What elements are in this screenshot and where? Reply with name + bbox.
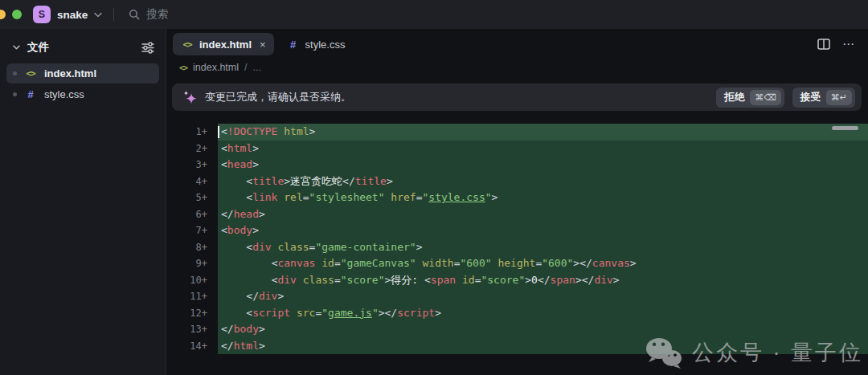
line-content: </html>	[218, 338, 868, 355]
token: html	[227, 142, 252, 154]
code-line-8[interactable]: 8+ <div class="game-container">	[166, 239, 868, 256]
token: >	[252, 142, 259, 154]
scrollbar-thumb[interactable]	[832, 126, 858, 130]
breadcrumb-separator: /	[244, 62, 247, 73]
tab-label: index.html	[199, 39, 252, 51]
accept-label: 接受	[800, 91, 821, 104]
reject-changes-button[interactable]: 拒绝 ⌘⌫	[716, 88, 784, 108]
code-line-10[interactable]: 10+ <div class="score">得分: <span id="sco…	[166, 272, 868, 289]
token: link	[252, 191, 277, 203]
breadcrumb[interactable]: <> index.html / ...	[166, 59, 868, 79]
token: div	[259, 290, 277, 302]
token: rel	[277, 191, 302, 203]
line-number: 12+	[166, 305, 218, 322]
line-number: 14+	[166, 338, 218, 355]
token: "600"	[542, 257, 573, 269]
token: "	[485, 191, 492, 203]
more-actions-icon[interactable]: ⋯	[842, 37, 855, 51]
line-content: <title>迷宫贪吃蛇</title>	[218, 173, 868, 190]
chevron-down-icon	[13, 45, 20, 50]
explorer-title: 文件	[27, 40, 49, 55]
token: span	[551, 274, 575, 286]
token: </	[221, 323, 234, 335]
token: div	[594, 274, 612, 286]
accept-shortcut-badge: ⌘↵	[826, 90, 852, 105]
search-placeholder: 搜索	[146, 7, 168, 22]
sidebar-item-index.html[interactable]: <>index.html	[6, 63, 159, 84]
search-box[interactable]: 搜索	[129, 7, 168, 22]
project-name: snake	[57, 9, 88, 21]
code-line-7[interactable]: 7+<body>	[166, 222, 868, 239]
diff-review-banner: 变更已完成，请确认是否采纳。 拒绝 ⌘⌫ 接受 ⌘↵	[172, 84, 862, 111]
token: canvas	[592, 257, 630, 269]
line-number: 5+	[166, 190, 218, 206]
token: title	[252, 175, 284, 187]
diff-review-message: 变更已完成，请确认是否采纳。	[205, 90, 351, 104]
code-line-4[interactable]: 4+ <title>迷宫贪吃蛇</title>	[166, 173, 868, 190]
token: width	[416, 257, 454, 269]
token: style.css	[428, 191, 485, 203]
token: "stylesheet"	[309, 191, 385, 203]
line-content: <canvas id="gameCanvas" width="600" heig…	[218, 255, 868, 272]
token: >	[277, 290, 284, 302]
line-number: 2+	[166, 141, 218, 157]
code-line-5[interactable]: 5+ <link rel="stylesheet" href="style.cs…	[166, 190, 868, 206]
token: id	[315, 257, 334, 269]
token: >	[252, 158, 259, 170]
tab-label: style.css	[305, 39, 346, 51]
sidebar-item-style.css[interactable]: #style.css	[6, 84, 159, 104]
code-line-6[interactable]: 6+</head>	[166, 206, 868, 223]
code-line-9[interactable]: 9+ <canvas id="gameCanvas" width="600" h…	[166, 255, 868, 272]
code-diff-view[interactable]: 1+<!DOCTYPE html>2+<html>3+<head>4+ <tit…	[166, 124, 868, 354]
token: >	[630, 257, 637, 269]
project-switcher[interactable]: S snake	[33, 6, 102, 23]
token: =	[303, 191, 309, 203]
token: >	[284, 175, 290, 187]
code-line-11[interactable]: 11+ </div>	[166, 288, 868, 305]
code-line-1[interactable]: 1+<!DOCTYPE html>	[166, 124, 868, 141]
tab-bar: <>index.html×#style.css ⋯	[166, 29, 868, 59]
token: 0	[531, 274, 538, 286]
token: href	[385, 191, 416, 203]
filter-sliders-icon[interactable]	[141, 42, 154, 54]
tab-index.html[interactable]: <>index.html×	[173, 33, 274, 55]
split-editor-icon[interactable]	[817, 39, 830, 50]
code-line-12[interactable]: 12+ <script src="game.js"></script>	[166, 305, 868, 322]
close-tab-icon[interactable]: ×	[260, 39, 266, 51]
explorer-header[interactable]: 文件	[0, 29, 166, 63]
token: span	[431, 274, 456, 286]
file-explorer-sidebar: 文件 <>index.html#style.css	[0, 29, 166, 375]
token: "gameCanvas"	[341, 257, 416, 269]
tab-style.css[interactable]: #style.css	[279, 33, 354, 55]
token: body	[227, 224, 252, 236]
token: ></	[573, 257, 592, 269]
reject-label: 拒绝	[724, 91, 744, 104]
token: src	[290, 307, 315, 319]
file-list: <>index.html#style.css	[0, 63, 166, 105]
line-number: 9+	[166, 255, 218, 272]
minimize-button[interactable]	[0, 10, 6, 19]
css-file-icon: #	[287, 39, 300, 51]
token: </	[342, 175, 355, 187]
maximize-button[interactable]	[12, 10, 22, 19]
code-line-3[interactable]: 3+<head>	[166, 157, 868, 173]
token: =	[334, 257, 341, 269]
token: </	[221, 340, 234, 352]
token: "game-container"	[315, 241, 416, 253]
code-line-14[interactable]: 14+</html>	[166, 338, 868, 355]
code-line-2[interactable]: 2+<html>	[166, 141, 868, 157]
code-line-13[interactable]: 13+</body>	[166, 321, 868, 338]
line-content: <div class="game-container">	[218, 239, 868, 256]
token: "600"	[460, 257, 491, 269]
titlebar-divider	[113, 8, 114, 21]
token: 得分:	[391, 274, 424, 286]
token: body	[234, 323, 259, 335]
token: class	[297, 274, 334, 286]
token: <	[221, 142, 227, 154]
reject-shortcut-badge: ⌘⌫	[750, 90, 781, 105]
modified-dot	[13, 92, 17, 96]
token: ></	[575, 274, 594, 286]
token: =	[334, 274, 341, 286]
accept-changes-button[interactable]: 接受 ⌘↵	[792, 88, 855, 108]
token: html	[234, 340, 259, 352]
